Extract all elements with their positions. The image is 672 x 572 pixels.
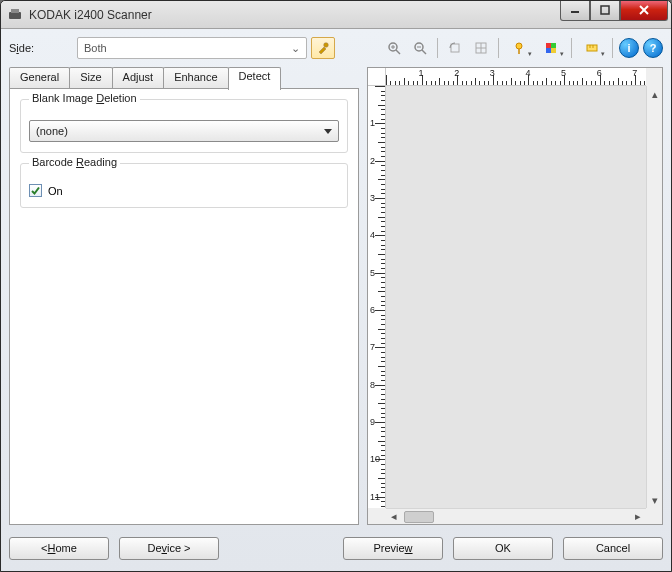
blank-image-deletion-label: Blank Image Deletion: [29, 92, 140, 104]
scroll-right-icon: ▸: [630, 509, 646, 524]
ok-button[interactable]: OK: [453, 537, 553, 560]
svg-line-12: [422, 50, 426, 54]
settings-panel: General Size Adjust Enhance Detect Blank…: [9, 67, 359, 525]
chevron-down-icon: ⌄: [291, 42, 300, 55]
color-icon: [544, 41, 558, 55]
chevron-down-icon: [324, 129, 332, 134]
side-select-value: Both: [84, 42, 107, 54]
barcode-on-label: On: [48, 185, 63, 197]
svg-line-8: [396, 50, 400, 54]
scrollbar-thumb[interactable]: [404, 511, 434, 523]
blank-image-deletion-value: (none): [36, 125, 68, 137]
svg-rect-20: [546, 43, 551, 48]
wrench-icon: [316, 41, 330, 55]
app-icon: [7, 7, 23, 23]
minimize-button[interactable]: [560, 1, 590, 21]
horizontal-scrollbar[interactable]: ◂ ▸: [386, 508, 646, 524]
tab-adjust[interactable]: Adjust: [112, 67, 165, 89]
svg-rect-21: [551, 43, 556, 48]
help-button[interactable]: ?: [643, 38, 663, 58]
help-icon: ?: [650, 42, 657, 54]
svg-rect-1: [11, 9, 19, 13]
side-label: Side:: [9, 42, 73, 54]
preview-toolbar: i ?: [383, 37, 663, 59]
tab-enhance[interactable]: Enhance: [163, 67, 228, 89]
check-icon: [30, 185, 41, 196]
home-button[interactable]: < Home: [9, 537, 109, 560]
blank-image-deletion-select[interactable]: (none): [29, 120, 339, 142]
preview-area: 1234567 1234567891011 ▴ ▾ ◂ ▸: [367, 67, 663, 525]
preview-surface[interactable]: [386, 86, 646, 508]
close-button[interactable]: [620, 1, 668, 21]
svg-rect-14: [451, 44, 459, 52]
svg-rect-2: [571, 11, 579, 13]
zoom-in-icon: [387, 41, 401, 55]
color-dropdown[interactable]: [537, 37, 565, 59]
cancel-button[interactable]: Cancel: [563, 537, 663, 560]
tab-size[interactable]: Size: [69, 67, 112, 89]
svg-rect-0: [9, 12, 21, 19]
rotate-button[interactable]: [444, 37, 466, 59]
tab-general[interactable]: General: [9, 67, 70, 89]
preview-button[interactable]: Preview: [343, 537, 443, 560]
vertical-ruler: 1234567891011: [368, 86, 386, 508]
ruler-icon: [585, 41, 599, 55]
units-dropdown[interactable]: [578, 37, 606, 59]
scroll-left-icon: ◂: [386, 509, 402, 524]
barcode-reading-group: Barcode Reading On: [20, 163, 348, 208]
scroll-down-icon: ▾: [647, 492, 662, 508]
svg-point-18: [516, 43, 522, 49]
svg-rect-22: [546, 48, 551, 53]
zoom-in-button[interactable]: [383, 37, 405, 59]
svg-rect-3: [601, 6, 609, 14]
tab-page-detect: Blank Image Deletion (none) Barcode Read…: [9, 88, 359, 525]
button-row: < Home Device > Preview OK Cancel: [9, 533, 663, 563]
vertical-scrollbar[interactable]: ▴ ▾: [646, 86, 662, 508]
scanner-settings-window: KODAK i2400 Scanner Side: Both ⌄: [0, 0, 672, 572]
top-controls-row: Side: Both ⌄ i ?: [9, 35, 663, 61]
info-icon: i: [627, 42, 630, 54]
window-title: KODAK i2400 Scanner: [29, 8, 560, 22]
side-select[interactable]: Both ⌄: [77, 37, 307, 59]
svg-rect-23: [551, 48, 556, 53]
settings-shortcut-button[interactable]: [311, 37, 335, 59]
pin-icon: [512, 41, 526, 55]
tab-bar: General Size Adjust Enhance Detect: [9, 67, 359, 89]
preview-panel: 1234567 1234567891011 ▴ ▾ ◂ ▸: [367, 67, 663, 525]
blank-image-deletion-group: Blank Image Deletion (none): [20, 99, 348, 153]
info-button[interactable]: i: [619, 38, 639, 58]
client-area: Side: Both ⌄ i ?: [1, 29, 671, 571]
rotate-icon: [448, 41, 462, 55]
zoom-out-button[interactable]: [409, 37, 431, 59]
window-controls: [560, 1, 668, 21]
titlebar[interactable]: KODAK i2400 Scanner: [1, 1, 671, 29]
device-button[interactable]: Device >: [119, 537, 219, 560]
barcode-on-checkbox[interactable]: [29, 184, 42, 197]
grid-button[interactable]: [470, 37, 492, 59]
horizontal-ruler: 1234567: [386, 68, 646, 86]
maximize-button[interactable]: [590, 1, 620, 21]
zoom-out-icon: [413, 41, 427, 55]
grid-icon: [474, 41, 488, 55]
tab-detect[interactable]: Detect: [228, 67, 282, 90]
barcode-reading-label: Barcode Reading: [29, 156, 120, 168]
scroll-up-icon: ▴: [647, 86, 662, 102]
svg-point-6: [324, 43, 329, 48]
quality-dropdown[interactable]: [505, 37, 533, 59]
svg-rect-24: [587, 45, 597, 51]
